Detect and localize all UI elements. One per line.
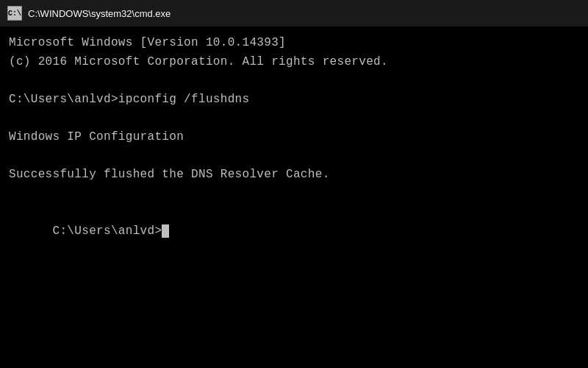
terminal-line-5 [9, 109, 579, 128]
terminal-line-2: (c) 2016 Microsoft Corporation. All righ… [9, 53, 579, 72]
terminal-body[interactable]: Microsoft Windows [Version 10.0.14393] (… [0, 26, 588, 368]
terminal-line-9 [9, 185, 579, 204]
terminal-line-4: C:\Users\anlvd>ipconfig /flushdns [9, 91, 579, 110]
terminal-line-6: Windows IP Configuration [9, 128, 579, 147]
terminal-line-8: Successfully flushed the DNS Resolver Ca… [9, 166, 579, 185]
cmd-icon: C:\ [7, 6, 22, 21]
terminal-line-10: C:\Users\anlvd> [9, 203, 579, 260]
terminal-line-3 [9, 71, 579, 91]
terminal-line-1: Microsoft Windows [Version 10.0.14393] [9, 34, 579, 53]
window-title: C:\WINDOWS\system32\cmd.exe [28, 8, 171, 19]
cmd-window: C:\ C:\WINDOWS\system32\cmd.exe Microsof… [0, 0, 588, 368]
terminal-line-7 [9, 147, 579, 166]
cursor-blink [162, 224, 169, 238]
title-bar: C:\ C:\WINDOWS\system32\cmd.exe [0, 0, 588, 26]
